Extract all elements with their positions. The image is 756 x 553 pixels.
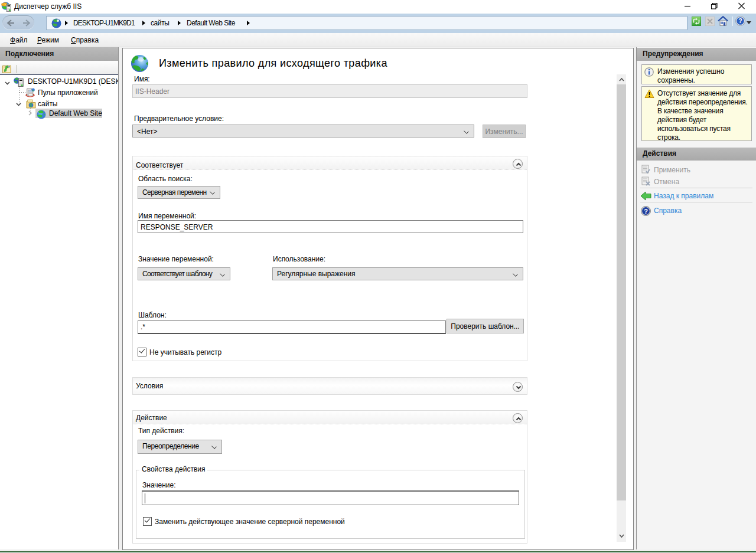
svg-text:?: ? [738, 17, 742, 24]
svg-text:?: ? [644, 208, 648, 215]
